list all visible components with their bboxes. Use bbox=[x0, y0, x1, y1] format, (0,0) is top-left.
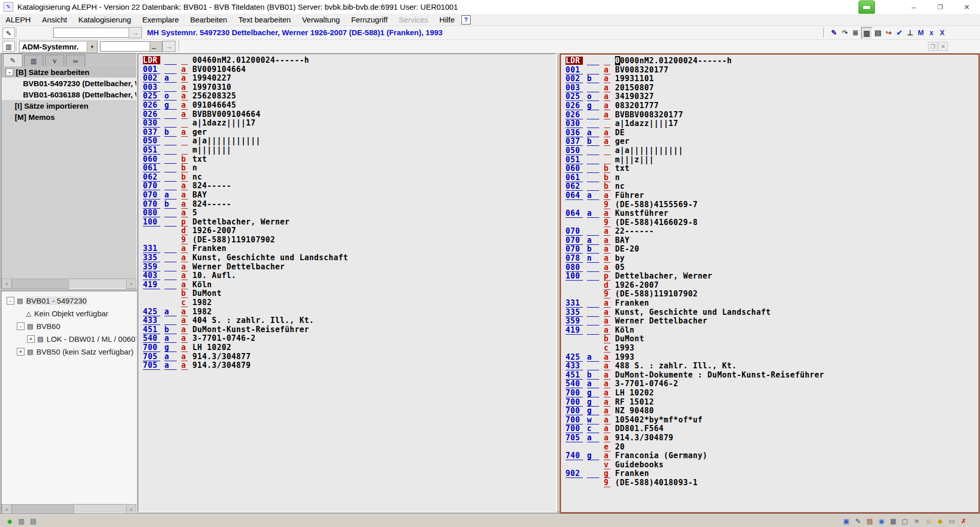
subfield-code[interactable]: a bbox=[181, 316, 188, 325]
field-indicators[interactable] bbox=[587, 335, 599, 343]
new-edit-record-icon[interactable]: ✎ bbox=[829, 27, 839, 38]
field-value[interactable]: 05 bbox=[615, 263, 625, 272]
child-close-icon[interactable]: ✕ bbox=[938, 42, 948, 51]
subfield-code[interactable]: a bbox=[181, 263, 188, 271]
field-tag[interactable]: 037 bbox=[143, 128, 160, 137]
marc-field-row[interactable]: 037bager bbox=[138, 128, 556, 137]
menu-item-aleph[interactable]: ALEPH bbox=[0, 14, 36, 25]
field-value[interactable]: a|a||||||||||| bbox=[192, 137, 260, 145]
field-indicators[interactable]: a bbox=[164, 74, 177, 83]
document-icon[interactable]: ▤ bbox=[864, 516, 875, 526]
subfield-code[interactable]: b bbox=[181, 173, 188, 182]
field-tag[interactable]: 025 bbox=[143, 92, 160, 101]
copy-records-tab[interactable]: ▥ bbox=[24, 55, 43, 66]
field-tag[interactable]: 335 bbox=[143, 254, 160, 262]
field-tag[interactable]: 025 bbox=[566, 92, 583, 101]
subfield-code[interactable]: g bbox=[604, 469, 610, 478]
field-tag[interactable]: 003 bbox=[143, 83, 160, 92]
field-value[interactable]: txt bbox=[615, 164, 630, 173]
tree-item[interactable]: BVB01-6036188 (Dettelbacher, W bbox=[2, 89, 136, 100]
field-tag[interactable]: 070 bbox=[566, 245, 583, 254]
field-value[interactable]: NZ 90480 bbox=[615, 407, 654, 415]
field-indicators[interactable] bbox=[164, 110, 177, 119]
holdings-tree-item[interactable]: -▤BVB01 - 5497230 bbox=[2, 294, 136, 307]
field-indicators[interactable] bbox=[587, 146, 599, 155]
field-indicators[interactable]: b bbox=[587, 137, 599, 146]
field-tag[interactable]: 050 bbox=[143, 137, 160, 145]
record-search-go-button[interactable]: → bbox=[129, 27, 142, 38]
scrollbar-thumb[interactable] bbox=[12, 279, 69, 289]
field-indicators[interactable] bbox=[587, 66, 599, 74]
field-value[interactable]: 1926-2007 bbox=[615, 281, 659, 290]
subfield-code[interactable]: a bbox=[604, 191, 610, 200]
marc-field-row[interactable]: 026aBVBBV009104664 bbox=[138, 110, 556, 119]
field-indicators[interactable]: c bbox=[587, 424, 599, 433]
collapse-icon[interactable]: - bbox=[7, 297, 14, 305]
edit-records-tab[interactable]: ✎ bbox=[3, 54, 22, 66]
field-tag[interactable]: 700 bbox=[566, 416, 583, 424]
expand-icon[interactable]: + bbox=[27, 335, 35, 343]
field-value[interactable]: 00460nM2.01200024------h bbox=[192, 56, 309, 65]
field-tag[interactable] bbox=[143, 227, 160, 235]
status-ok-icon[interactable]: ◆ bbox=[4, 516, 15, 526]
field-tag[interactable]: 700 bbox=[566, 389, 583, 397]
mab-view-icon[interactable]: M bbox=[916, 27, 926, 38]
subfield-code[interactable]: p bbox=[181, 218, 188, 227]
field-value[interactable]: 10. Aufl. bbox=[192, 271, 236, 280]
field-tag[interactable]: 700 bbox=[566, 398, 583, 407]
marc-field-row[interactable]: 003a20150807 bbox=[561, 84, 978, 93]
subfield-code[interactable]: v bbox=[604, 461, 610, 469]
field-tag[interactable]: 100 bbox=[143, 218, 160, 227]
field-value[interactable]: Kunst, Geschichte und Landschaft bbox=[615, 308, 771, 317]
field-value[interactable]: (DE-588)119107902 bbox=[192, 236, 275, 244]
subfield-code[interactable]: a bbox=[604, 129, 610, 137]
help-icon[interactable]: ? bbox=[461, 15, 471, 24]
marc-field-row[interactable]: 700gaLH 10202 bbox=[561, 389, 978, 398]
field-tag[interactable]: 705 bbox=[143, 361, 160, 370]
field-indicators[interactable] bbox=[164, 271, 177, 280]
field-value[interactable]: Kunstführer bbox=[615, 209, 669, 218]
field-value[interactable]: 914.3/304879 bbox=[192, 361, 251, 370]
field-indicators[interactable]: b bbox=[587, 371, 599, 380]
field-indicators[interactable] bbox=[587, 326, 599, 335]
field-value[interactable]: (DE-588)4155569-7 bbox=[615, 200, 698, 209]
field-tag[interactable]: 061 bbox=[143, 164, 160, 172]
field-tag[interactable]: 100 bbox=[566, 272, 583, 281]
marc-field-row[interactable]: 335aKunst, Geschichte und Landschaft bbox=[561, 308, 978, 317]
field-indicators[interactable] bbox=[587, 299, 599, 308]
marc-field-row[interactable]: 078naby bbox=[561, 254, 978, 263]
field-value[interactable]: ger bbox=[192, 128, 207, 137]
field-value[interactable]: LH 10202 bbox=[192, 343, 231, 352]
subfield-code[interactable]: 9 bbox=[604, 290, 610, 298]
subfield-code[interactable]: a bbox=[604, 263, 610, 272]
marc-field-row[interactable]: 700wa105402*by*mf*of*uf bbox=[561, 416, 978, 425]
collapse-icon[interactable]: - bbox=[6, 68, 13, 76]
marc-field-row[interactable]: 451baDuMont-Dokumente : DuMont-Kunst-Rei… bbox=[561, 371, 978, 380]
menu-item-ansicht[interactable]: Ansicht bbox=[36, 14, 72, 25]
field-tag[interactable]: 080 bbox=[566, 263, 583, 272]
exit-editor-icon[interactable]: ↪ bbox=[884, 27, 894, 38]
marc-field-row[interactable]: 001aBV008320177 bbox=[561, 66, 978, 75]
menu-item-exemplare[interactable]: Exemplare bbox=[137, 14, 185, 25]
record-editor-right[interactable]: LDR00000nM2.01200024------h001aBV0083201… bbox=[560, 54, 979, 513]
menu-item-bearbeiten[interactable]: Bearbeiten bbox=[185, 14, 233, 25]
field-indicators[interactable]: g bbox=[587, 451, 599, 460]
subfield-code[interactable]: a bbox=[181, 110, 188, 119]
tree-item[interactable]: [I] Sätze importieren bbox=[2, 100, 136, 111]
field-tag[interactable]: 078 bbox=[566, 254, 583, 263]
subfield-code[interactable]: a bbox=[604, 317, 610, 325]
marc-field-row[interactable]: 030a|1dazz||||17 bbox=[138, 119, 556, 128]
field-value[interactable]: Köln bbox=[615, 326, 634, 335]
marc-field-row[interactable]: 9(DE-588)4018093-1 bbox=[561, 479, 978, 488]
scrollbar-thumb[interactable] bbox=[12, 504, 74, 514]
expand-icon[interactable]: + bbox=[17, 348, 24, 356]
subfield-code[interactable]: a bbox=[604, 84, 610, 92]
marc-field-row[interactable]: 9(DE-588)4155569-7 bbox=[561, 200, 978, 210]
field-indicators[interactable] bbox=[587, 317, 599, 325]
subfield-code[interactable]: a bbox=[604, 398, 610, 407]
field-tag[interactable]: 700 bbox=[143, 343, 160, 352]
marc-field-row[interactable]: d1926-2007 bbox=[138, 227, 556, 236]
field-value[interactable]: 488 S. : zahlr. Ill., Kt. bbox=[615, 362, 737, 370]
field-indicators[interactable] bbox=[587, 200, 599, 209]
subfield-code[interactable]: a bbox=[604, 209, 610, 218]
